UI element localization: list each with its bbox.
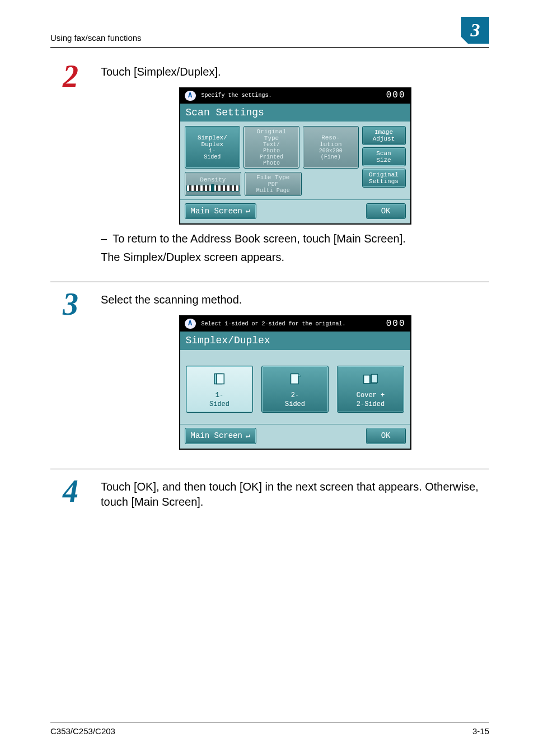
footer-page-number: 3-15: [472, 726, 489, 737]
option-2-sided[interactable]: 2- Sided: [261, 366, 329, 413]
step-number-4: 4: [50, 477, 78, 505]
resolution-button[interactable]: Reso- lution 200x200 (Fine): [303, 126, 359, 169]
status-icon: A: [185, 319, 196, 329]
density-button[interactable]: Density: [185, 172, 242, 195]
file-type-button[interactable]: File Type PDF Multi Page: [245, 172, 302, 195]
device-scan-settings: A Specify the settings. 000 Scan Setting…: [179, 87, 411, 225]
ok-button[interactable]: OK: [366, 428, 406, 444]
topbar-message: Specify the settings.: [202, 92, 272, 100]
topbar-message: Select 1-sided or 2-sided for the origin…: [202, 320, 346, 328]
step-number-2: 2: [50, 62, 78, 90]
main-screen-button[interactable]: Main Screen ↵: [185, 428, 256, 444]
ok-button[interactable]: OK: [366, 203, 406, 220]
step-2-note: To return to the Address Book screen, to…: [113, 231, 406, 246]
footer-model: C353/C253/C203: [50, 726, 115, 737]
copy-count: 000: [386, 90, 406, 102]
svg-rect-2: [291, 374, 299, 384]
simplex-duplex-button[interactable]: Simplex/ Duplex 1- Sided: [185, 126, 241, 169]
original-type-button[interactable]: Original Type Text/ Photo Printed Photo: [243, 126, 299, 169]
copy-count: 000: [386, 318, 406, 330]
svg-rect-3: [364, 375, 370, 384]
step-number-3: 3: [50, 290, 78, 318]
option-1-sided[interactable]: 1- Sided: [186, 366, 253, 413]
step-3-instruction: Select the scanning method.: [101, 292, 489, 307]
screen-title: Scan Settings: [180, 103, 410, 122]
device-simplex-duplex: A Select 1-sided or 2-sided for the orig…: [179, 315, 411, 450]
scan-size-button[interactable]: Scan Size: [362, 147, 406, 166]
single-page-icon: [211, 372, 228, 388]
image-adjust-button[interactable]: Image Adjust: [362, 126, 406, 145]
return-arrow-icon: ↵: [246, 431, 250, 441]
original-settings-button[interactable]: Original Settings: [362, 169, 406, 188]
step-2-followup: The Simplex/Duplex screen appears.: [101, 250, 489, 265]
duplex-page-icon: [287, 372, 303, 388]
svg-rect-5: [371, 374, 377, 382]
running-title: Using fax/scan functions: [50, 32, 142, 44]
status-icon: A: [185, 91, 196, 101]
step-4-instruction: Touch [OK], and then touch [OK] in the n…: [101, 479, 489, 510]
density-bar-icon: [186, 185, 240, 192]
step-2-instruction: Touch [Simplex/Duplex].: [101, 64, 489, 80]
cover-pages-icon: [362, 372, 379, 388]
screen-title: Simplex/Duplex: [180, 331, 410, 349]
main-screen-button[interactable]: Main Screen ↵: [185, 203, 256, 220]
option-cover-2-sided[interactable]: Cover + 2-Sided: [337, 366, 404, 413]
svg-rect-1: [217, 374, 224, 384]
return-arrow-icon: ↵: [246, 206, 250, 216]
dash-icon: –: [101, 231, 107, 246]
chapter-badge: 3: [461, 17, 489, 44]
